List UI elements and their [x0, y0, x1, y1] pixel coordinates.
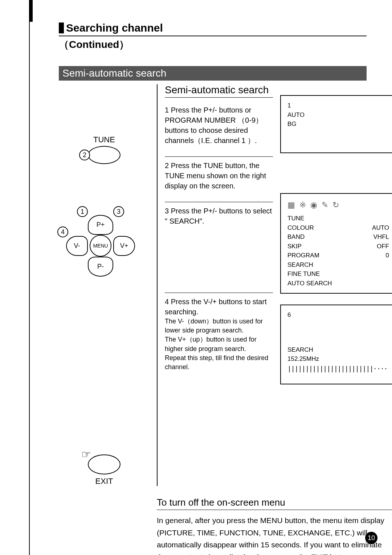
step-number-4: 4	[57, 227, 68, 237]
page-title: Searching channel	[66, 22, 163, 34]
osd3-label: SEARCH	[287, 345, 389, 355]
step-number-3: 3	[113, 206, 124, 217]
step-number-1: 1	[77, 206, 88, 217]
osd-icon-5: ↻	[332, 199, 339, 211]
osd2-v0: AUTO	[372, 223, 389, 233]
osd1-line1: 1	[287, 101, 389, 110]
osd-box-3: 6 SEARCH 152.25MHz |||||||||||||||||||||…	[280, 305, 392, 384]
dpad-illustration: 1 3 4 P+ P- V- V+ MENU	[59, 208, 142, 287]
osd-icon-1: ▦	[287, 199, 295, 211]
tune-label: TUNE	[59, 135, 150, 144]
step-4-line-b: The V-（down）button is used for lower sid…	[165, 317, 273, 335]
step-4-line-c: The V+（up）button is used for higher side…	[165, 335, 273, 353]
osd3-progress-bar: ||||||||||||||||||||||||··········	[287, 364, 389, 374]
osd2-k3: PROGRAM	[287, 251, 319, 260]
exit-label: EXIT	[59, 477, 150, 486]
tune-button-illustration: TUNE 2	[59, 135, 150, 164]
turnoff-body: In general, after you press the MENU but…	[157, 514, 392, 555]
osd2-v2: OFF	[377, 242, 389, 251]
osd-box-2: ▦ ※ ◉ ✎ ↻ TUNE COLOURAUTO BANDVHFL SKIPO…	[280, 193, 392, 294]
pointing-hand-icon: ☞	[81, 448, 91, 461]
section-bar: Semi-automatic search	[59, 66, 367, 81]
exit-button-illustration: ☞ EXIT	[59, 454, 150, 486]
osd-icon-2: ※	[299, 199, 306, 211]
osd3-num: 6	[287, 310, 389, 320]
osd2-k6: AUTO SEARCH	[287, 279, 332, 288]
dpad-up: P+	[88, 215, 113, 235]
dpad-center: MENU	[90, 235, 111, 257]
step-4-line-a: 4 Press the V-/+ buttons to start search…	[165, 297, 273, 317]
step-1-text: 1 Press the P+/- buttons or PROGRAM NUMB…	[165, 101, 273, 157]
osd2-v3: 0	[386, 251, 389, 260]
osd3-freq: 152.25MHz	[287, 354, 389, 364]
dpad-right: V+	[113, 236, 135, 256]
page-number: 10	[365, 532, 377, 544]
osd2-title: TUNE	[287, 214, 389, 223]
osd1-line3: BG	[287, 119, 389, 129]
step-4-block: 4 Press the V-/+ buttons to start search…	[165, 293, 273, 383]
dpad-down: P-	[88, 257, 113, 277]
osd2-k4: SEARCH	[287, 260, 313, 270]
osd1-line2: AUTO	[287, 110, 389, 120]
osd2-k1: BAND	[287, 232, 305, 242]
page-header: Searching channel （Continued）	[59, 22, 367, 52]
osd2-k2: SKIP	[287, 242, 302, 251]
osd2-k0: COLOUR	[287, 223, 314, 233]
turnoff-heading: To turn off the on-screen menu	[157, 497, 392, 510]
header-bullet-icon	[59, 23, 64, 33]
step-2-text: 2 Press the TUNE button, the TUNE menu s…	[165, 157, 273, 202]
page-subtitle: （Continued）	[59, 38, 367, 52]
osd2-k5: FINE TUNE	[287, 269, 320, 279]
osd-icon-row: ▦ ※ ◉ ✎ ↻	[287, 199, 389, 211]
sub-heading: Semi-automatic search	[165, 84, 273, 98]
osd-box-1: 1 AUTO BG	[280, 95, 392, 153]
step-number-2: 2	[79, 150, 90, 160]
osd-icon-3: ◉	[310, 199, 317, 211]
osd-icon-4: ✎	[322, 199, 328, 211]
osd2-v1: VHFL	[373, 232, 389, 242]
step-4-line-d: Repeat this step, till find the desired …	[165, 354, 273, 372]
dpad-left: V-	[66, 236, 88, 256]
step-3-text: 3 Press the P+/- buttons to select " SEA…	[165, 202, 273, 293]
